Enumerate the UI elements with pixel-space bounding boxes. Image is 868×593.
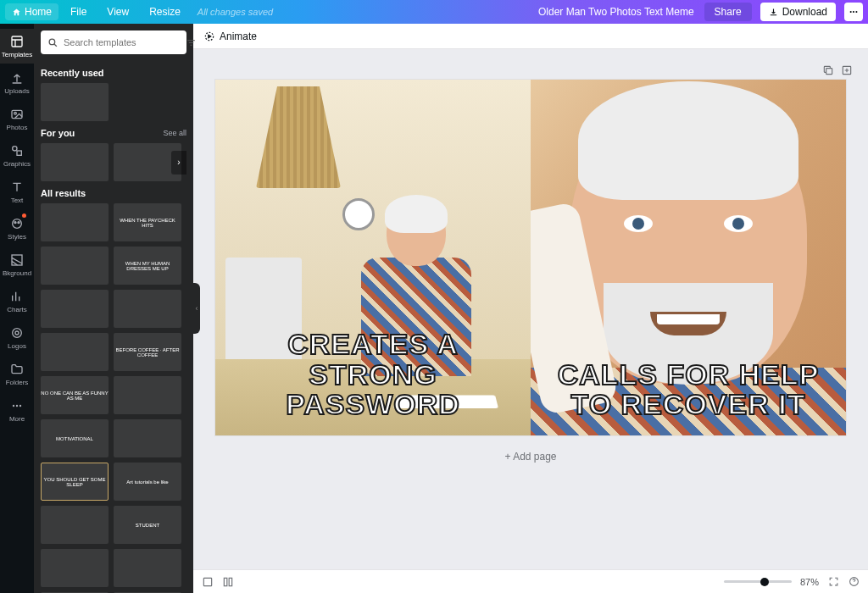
template-thumbnail[interactable]: NO ONE CAN BE AS FUNNY AS ME [41, 376, 108, 414]
grid-view-icon[interactable] [222, 576, 234, 588]
sidebar-tab-styles[interactable]: Styles [0, 211, 34, 246]
duplicate-page-icon[interactable] [822, 64, 834, 76]
animate-icon [203, 30, 215, 42]
add-page-icon[interactable] [841, 64, 853, 76]
graphics-icon [9, 143, 25, 158]
sidebar-tab-label: Charts [7, 307, 27, 313]
sidebar-tab-charts[interactable]: Charts [0, 284, 34, 319]
template-thumbnail[interactable]: WHEN THE PAYCHECK HITS [114, 203, 181, 241]
home-icon [12, 8, 21, 17]
meme-text-right[interactable]: CALLS FOR HELP TO RECOVER IT [541, 360, 836, 420]
template-thumbnail[interactable]: YOU SHOULD GET SOME SLEEP [41, 463, 108, 501]
svg-rect-0 [12, 36, 22, 47]
menu-resize[interactable]: Resize [141, 3, 189, 20]
template-thumbnail[interactable]: WHEN MY HUMAN DRESSES ME UP [114, 247, 181, 285]
section-all-results: All results [41, 188, 186, 198]
section-recently-used: Recently used [41, 68, 186, 78]
template-thumbnail[interactable]: BEFORE COFFEE · AFTER COFFEE [114, 333, 181, 371]
sidebar-tab-label: Styles [8, 234, 26, 241]
sidebar-tab-label: Folders [6, 380, 29, 386]
svg-rect-16 [826, 69, 832, 75]
home-label: Home [25, 6, 52, 18]
animate-label: Animate [220, 30, 257, 42]
template-thumbnail[interactable] [41, 290, 108, 328]
svg-point-12 [16, 405, 18, 407]
bottom-bar: 87% [193, 569, 868, 593]
sidebar-tab-label: Templates [2, 52, 32, 58]
search-input-wrap[interactable] [41, 30, 186, 54]
template-thumbnail[interactable] [41, 549, 108, 587]
svg-rect-18 [203, 578, 211, 585]
download-icon [769, 8, 778, 17]
svg-point-5 [13, 219, 22, 229]
search-input[interactable] [64, 37, 181, 47]
template-thumbnail[interactable] [41, 506, 108, 544]
uploads-icon [9, 70, 25, 86]
svg-rect-19 [224, 578, 227, 585]
background-icon [9, 252, 25, 268]
template-thumbnail[interactable] [41, 333, 108, 371]
download-label: Download [782, 6, 827, 18]
zoom-value[interactable]: 87% [800, 577, 819, 587]
sidebar-tab-uploads[interactable]: Uploads [0, 65, 34, 100]
text-icon [9, 180, 25, 195]
sidebar-tab-photos[interactable]: Photos [0, 102, 34, 136]
sidebar-tab-logos[interactable]: Logos [0, 320, 34, 355]
document-title[interactable]: Older Man Two Photos Text Meme [538, 6, 694, 18]
template-thumbnail[interactable]: MOTIVATIONAL [41, 419, 108, 457]
svg-point-10 [13, 329, 22, 338]
icon-sidebar: Templates Uploads Photos Graphics Text S… [0, 24, 34, 593]
sidebar-tab-label: Uploads [4, 88, 29, 95]
template-thumbnail[interactable] [114, 419, 181, 457]
sidebar-tab-label: Logos [8, 343, 26, 350]
template-thumbnail[interactable] [114, 290, 181, 328]
svg-point-14 [49, 39, 54, 45]
meme-left-panel[interactable]: CREATES A STRONG PASSWORD [215, 80, 531, 435]
template-thumbnail[interactable] [41, 203, 108, 241]
svg-rect-20 [229, 578, 232, 585]
templates-icon [9, 34, 25, 49]
svg-point-11 [13, 405, 14, 407]
zoom-slider[interactable] [724, 580, 792, 583]
canvas-page[interactable]: CREATES A STRONG PASSWORD CALLS FOR HELP… [215, 80, 846, 435]
svg-point-7 [18, 222, 19, 224]
home-button[interactable]: Home [5, 3, 58, 20]
share-button[interactable]: Share [704, 3, 752, 21]
styles-icon [9, 216, 25, 231]
sidebar-tab-more[interactable]: More [0, 393, 34, 428]
logos-icon [9, 325, 25, 341]
help-icon[interactable] [848, 576, 860, 587]
svg-point-3 [13, 147, 17, 151]
template-thumbnail[interactable] [41, 143, 108, 181]
meme-text-left[interactable]: CREATES A STRONG PASSWORD [225, 330, 520, 420]
sidebar-tab-folders[interactable]: Folders [0, 357, 34, 391]
meme-right-panel[interactable]: CALLS FOR HELP TO RECOVER IT [531, 80, 846, 435]
sidebar-tab-label: Photos [7, 125, 28, 131]
template-thumbnail[interactable] [41, 83, 108, 121]
template-thumbnail[interactable] [114, 376, 181, 414]
canvas-area: Animate CREATES A STRONG PASSWORD [193, 24, 868, 593]
fullscreen-icon[interactable] [827, 576, 839, 587]
menu-view[interactable]: View [98, 3, 137, 20]
top-bar: Home File View Resize All changes saved … [0, 0, 868, 24]
menu-file[interactable]: File [62, 3, 95, 20]
sidebar-tab-templates[interactable]: Templates [0, 29, 34, 64]
template-thumbnail[interactable]: Art tutorials be like [114, 463, 181, 501]
photos-icon [9, 107, 25, 122]
more-icon [9, 398, 25, 413]
filter-icon[interactable] [186, 37, 197, 48]
download-button[interactable]: Download [760, 3, 836, 21]
sidebar-tab-background[interactable]: Bkground [0, 247, 34, 282]
search-icon [47, 37, 58, 48]
template-thumbnail[interactable]: STUDENT [114, 506, 181, 544]
more-button[interactable]: ··· [844, 3, 863, 21]
see-all-link[interactable]: See all [163, 129, 186, 137]
template-thumbnail[interactable] [114, 549, 181, 587]
template-thumbnail[interactable] [41, 247, 108, 285]
add-page-button[interactable]: + Add page [504, 451, 556, 463]
pages-icon[interactable] [202, 576, 214, 588]
sidebar-tab-graphics[interactable]: Graphics [0, 138, 34, 173]
sidebar-tab-text[interactable]: Text [0, 175, 34, 209]
animate-button[interactable]: Animate [203, 30, 257, 42]
carousel-next-icon[interactable]: › [171, 151, 186, 175]
